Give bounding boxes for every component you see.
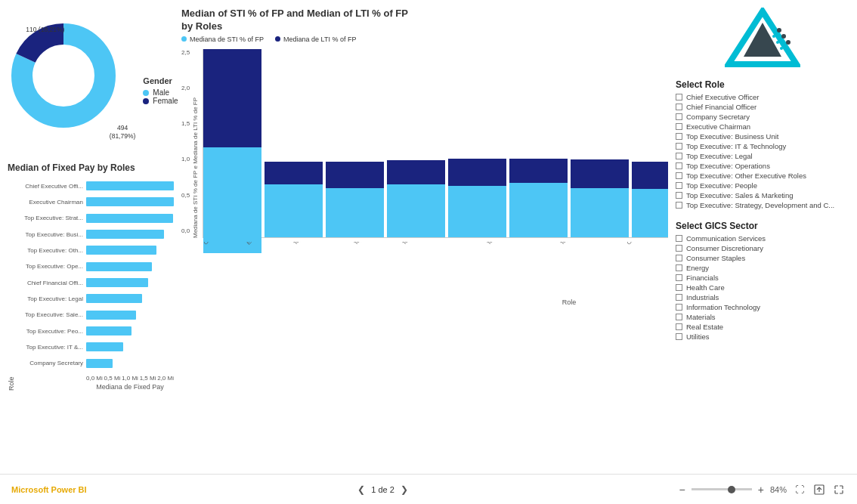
bar-row: Chief Executive Offi... [18, 179, 174, 193]
bar-y-label: Role [8, 179, 15, 391]
bar-chart-inner: Chief Executive Offi... Executive Chairm… [18, 179, 174, 391]
checkbox-it[interactable] [676, 304, 682, 311]
lti-seg [203, 49, 261, 147]
role-item-teo[interactable]: Top Executive: Operations [676, 162, 849, 170]
zoom-thumb[interactable] [728, 486, 735, 493]
gics-item-it[interactable]: Information Technology [676, 303, 849, 311]
checkbox-cs[interactable] [676, 113, 682, 120]
checkbox-ceo[interactable] [676, 94, 682, 100]
gics-label-cd: Consumer Discretionary [686, 244, 763, 252]
zoom-plus-button[interactable]: + [758, 484, 764, 496]
bottom-bar: Microsoft Power BI ❮ 1 de 2 ❯ − + 84% ⛶ [0, 474, 857, 504]
role-item-teoer[interactable]: Top Executive: Other Executive Roles [676, 172, 849, 180]
stacked-bar-group [326, 49, 384, 237]
x-label: Top Executive: Business Unit [559, 242, 642, 279]
role-label-tel: Top Executive: Legal [686, 152, 753, 160]
donut-label-top: 110 (18,21%) [26, 26, 64, 34]
checkbox-cfo[interactable] [676, 104, 682, 110]
export-icon[interactable] [812, 483, 826, 496]
bar-row: Top Executive: Oth... [18, 243, 174, 257]
gics-item-fin[interactable]: Financials [676, 274, 849, 282]
sti-seg [387, 184, 445, 237]
checkbox-teit[interactable] [676, 143, 682, 150]
checkbox-teoer[interactable] [676, 172, 682, 179]
bar-label: Top Executive: Legal [18, 295, 86, 302]
bar-fill [86, 326, 131, 335]
checkbox-hc[interactable] [676, 284, 682, 291]
checkbox-ind[interactable] [676, 294, 682, 301]
role-label-cs: Company Secretary [686, 113, 750, 121]
gics-item-util[interactable]: Utilities [676, 332, 849, 341]
zoom-slider[interactable] [691, 488, 752, 490]
role-item-tebu[interactable]: Top Executive: Business Unit [676, 132, 849, 141]
role-item-ec[interactable]: Executive Chairman [676, 122, 849, 131]
powerbi-link[interactable]: Microsoft Power BI [11, 485, 87, 494]
checkbox-tel[interactable] [676, 153, 682, 159]
legend-lti: Mediana de LTI % of FP [275, 36, 356, 43]
role-item-cs[interactable]: Company Secretary [676, 113, 849, 121]
bar-row: Executive Chairman [18, 195, 174, 209]
bar-fill [86, 230, 164, 239]
legend-female: Female [143, 97, 178, 105]
checkbox-util[interactable] [676, 333, 682, 340]
zoom-area: − + 84% ⛶ [679, 483, 846, 496]
stacked-bar [326, 162, 384, 237]
y-ticks: 2,5 2,0 1,5 1,0 0,5 0,0 [181, 49, 190, 238]
svg-point-5 [777, 28, 781, 32]
role-item-tel[interactable]: Top Executive: Legal [676, 152, 849, 160]
checkbox-tesm[interactable] [676, 192, 682, 199]
checkbox-re[interactable] [676, 323, 682, 330]
checkbox-tesd[interactable] [676, 202, 682, 209]
checkbox-cd[interactable] [676, 245, 682, 252]
bar-fill [86, 181, 174, 190]
checkbox-ec[interactable] [676, 123, 682, 130]
checkbox-comms[interactable] [676, 235, 682, 242]
checkbox-tep[interactable] [676, 182, 682, 189]
stacked-bar-group [509, 49, 568, 237]
middle-panel: Median of STI % of FP and Median of LTI … [181, 8, 668, 466]
sti-seg [448, 186, 506, 237]
checkbox-tebu[interactable] [676, 133, 682, 140]
role-label-teo: Top Executive: Operations [686, 162, 770, 170]
checkbox-cs-gics[interactable] [676, 255, 682, 261]
role-item-tesm[interactable]: Top Executive: Sales & Marketing [676, 191, 849, 199]
bar-section: Median of Fixed Pay by Roles Role Chief … [8, 159, 174, 466]
role-label-tesd: Top Executive: Strategy, Development and… [686, 201, 834, 209]
checkbox-fin[interactable] [676, 274, 682, 281]
zoom-minus-button[interactable]: − [679, 484, 685, 496]
gics-item-comms[interactable]: Communication Services [676, 234, 849, 243]
page-indicator: 1 de 2 [371, 485, 394, 494]
gics-item-mat[interactable]: Materials [676, 313, 849, 321]
stacked-x-labels: Chief Executive ... Executive Chairman T… [203, 242, 668, 295]
bar-label: Top Executive: Strat... [18, 215, 86, 221]
expand-icon[interactable] [832, 483, 846, 496]
role-item-cfo[interactable]: Chief Financial Officer [676, 103, 849, 111]
role-item-tesd[interactable]: Top Executive: Strategy, Development and… [676, 201, 849, 209]
role-item-ceo[interactable]: Chief Executive Officer [676, 93, 849, 101]
stacked-bar-group [265, 49, 323, 237]
checkbox-mat[interactable] [676, 314, 682, 320]
stacked-bar [203, 49, 261, 253]
gics-item-hc[interactable]: Health Care [676, 283, 849, 292]
stacked-bar-group [387, 49, 445, 237]
checkbox-teo[interactable] [676, 162, 682, 169]
svg-point-9 [776, 41, 779, 44]
gics-item-energy[interactable]: Energy [676, 264, 849, 272]
gics-label-cs: Consumer Staples [686, 254, 745, 262]
gics-item-cd[interactable]: Consumer Discretionary [676, 244, 849, 252]
role-item-teit[interactable]: Top Executive: IT & Technology [676, 142, 849, 150]
bar-row: Top Executive: Busi... [18, 227, 174, 241]
stacked-bar [265, 162, 323, 237]
gics-item-cs[interactable]: Consumer Staples [676, 254, 849, 262]
gics-item-re[interactable]: Real Estate [676, 323, 849, 331]
content-area: 110 (18,21%) 494(81,79%) Gender Male [0, 0, 857, 474]
gics-item-ind[interactable]: Industrials [676, 293, 849, 301]
checkbox-energy[interactable] [676, 264, 682, 271]
bar-x-title: Mediana de Fixed Pay [18, 383, 174, 391]
stacked-bar [632, 162, 668, 237]
role-item-tep[interactable]: Top Executive: People [676, 181, 849, 190]
select-role-section: Select Role Chief Executive Officer Chie… [676, 76, 849, 213]
page-prev-button[interactable]: ❮ [357, 484, 365, 495]
page-next-button[interactable]: ❯ [401, 484, 408, 495]
fullscreen-icon[interactable]: ⛶ [793, 483, 806, 496]
